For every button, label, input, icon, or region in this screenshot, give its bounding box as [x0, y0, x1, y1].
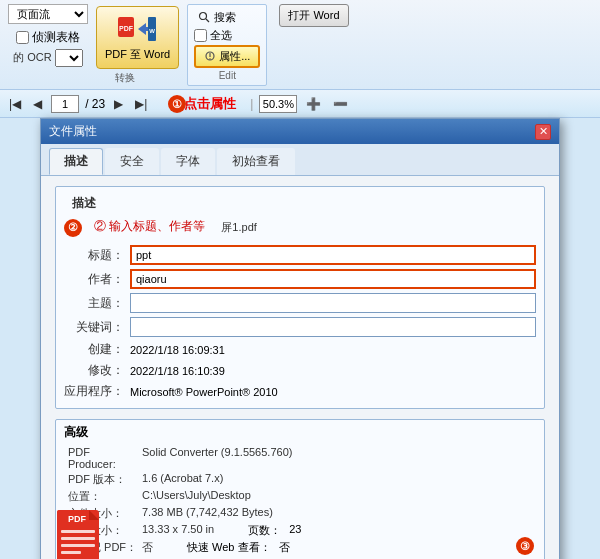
filesize-value: 7.38 MB (7,742,432 Bytes) — [142, 506, 273, 521]
annotation-circle-2: ② — [64, 219, 82, 237]
nav-last-button[interactable]: ▶| — [132, 96, 150, 112]
annotation2-label: ② 输入标题、作者等 — [86, 216, 213, 239]
version-label: PDF 版本： — [68, 472, 138, 487]
file-properties-dialog: 文件属性 ✕ 描述 安全 字体 初始查看 描述 ② ② 输入标题、作者等 — [40, 118, 560, 559]
annotation-circle-3: ③ — [516, 537, 534, 555]
nav-page-input[interactable] — [51, 95, 79, 113]
dialog-title: 文件属性 — [49, 123, 97, 140]
modified-value: 2022/1/18 16:10:39 — [130, 365, 225, 377]
tagged-row: 已标记 PDF： 否 快速 Web 查看： 否 ③ — [56, 539, 544, 556]
advanced-title: 高级 — [56, 420, 544, 445]
pagesize-value: 13.33 x 7.50 in — [142, 523, 214, 538]
title-label: 标题： — [64, 247, 124, 264]
select-all-row: 全选 — [194, 28, 260, 43]
svg-text:PDF: PDF — [119, 25, 134, 32]
svg-rect-15 — [61, 537, 95, 540]
nav-total: / 23 — [85, 97, 105, 111]
producer-row: PDF Producer: Solid Converter (9.1.5565.… — [56, 445, 544, 471]
producer-label: PDF Producer: — [68, 446, 138, 470]
section-title: 描述 — [64, 191, 104, 214]
keywords-label: 关键词： — [64, 319, 124, 336]
tagged-value: 否 — [142, 540, 153, 555]
dialog-content: 描述 ② ② 输入标题、作者等 屏1.pdf 标题： 作者： 主题： 关键词： — [41, 176, 559, 559]
pagecount-label: 页数： — [248, 523, 281, 538]
advanced-section: 高级 PDF Producer: Solid Converter (9.1.55… — [55, 419, 545, 559]
version-value: 1.6 (Acrobat 7.x) — [142, 472, 223, 487]
created-value: 2022/1/18 16:09:31 — [130, 344, 225, 356]
dialog-titlebar: 文件属性 ✕ — [41, 119, 559, 144]
app-value: Microsoft® PowerPoint® 2010 — [130, 386, 278, 398]
search-icon — [198, 11, 210, 23]
ocr-label: 的 OCR — [13, 50, 52, 65]
location-value: C:\Users\July\Desktop — [142, 489, 251, 504]
svg-rect-14 — [61, 530, 95, 533]
pdf-to-word-label: PDF 至 Word — [105, 47, 170, 62]
edit-label: Edit — [194, 70, 260, 81]
app-label: 应用程序： — [64, 383, 124, 400]
properties-button[interactable]: 属性... — [194, 45, 260, 68]
svg-rect-17 — [61, 551, 81, 554]
properties-icon — [204, 50, 216, 62]
tab-describe[interactable]: 描述 — [49, 148, 103, 175]
svg-text:W: W — [149, 28, 155, 34]
annotation-circle-1: ① — [168, 95, 186, 113]
layout-select[interactable]: 页面流 — [8, 4, 88, 24]
detect-table-checkbox[interactable] — [16, 31, 29, 44]
app-row: 应用程序： Microsoft® PowerPoint® 2010 — [56, 381, 544, 402]
pagecount-value: 23 — [289, 523, 301, 538]
location-row: 位置： C:\Users\July\Desktop — [56, 488, 544, 505]
title-row: 标题： — [56, 243, 544, 267]
search-label: 搜索 — [214, 10, 236, 25]
description-section: 描述 ② ② 输入标题、作者等 屏1.pdf 标题： 作者： 主题： 关键词： — [55, 186, 545, 409]
fastwebview-label: 快速 Web 查看： — [187, 540, 271, 555]
svg-rect-16 — [61, 544, 95, 547]
zoom-in-button[interactable]: ➖ — [330, 96, 351, 112]
nav-bar: |◀ ◀ / 23 ▶ ▶| ① 点击属性 | ➕ ➖ — [0, 90, 600, 118]
nav-first-button[interactable]: |◀ — [6, 96, 24, 112]
tab-font[interactable]: 字体 — [161, 148, 215, 175]
version-row: PDF 版本： 1.6 (Acrobat 7.x) — [56, 471, 544, 488]
subject-input[interactable] — [130, 293, 536, 313]
fastwebview-value: 否 — [279, 540, 290, 555]
zoom-input[interactable] — [259, 95, 297, 113]
location-label: 位置： — [68, 489, 138, 504]
filename-label: 屏1.pdf — [221, 220, 256, 235]
keywords-input[interactable] — [130, 317, 536, 337]
search-button[interactable]: 搜索 — [194, 9, 260, 26]
nav-separator: | — [250, 97, 253, 111]
select-all-checkbox[interactable] — [194, 29, 207, 42]
dialog-close-button[interactable]: ✕ — [535, 124, 551, 140]
author-row: 作者： — [56, 267, 544, 291]
nav-prev-button[interactable]: ◀ — [30, 96, 45, 112]
properties-label: 属性... — [219, 49, 250, 64]
subject-row: 主题： — [56, 291, 544, 315]
layout-section: 页面流 侦测表格 的 OCR — [8, 4, 88, 67]
nav-next-button[interactable]: ▶ — [111, 96, 126, 112]
tab-initial-view[interactable]: 初始查看 — [217, 148, 295, 175]
zoom-out-button[interactable]: ➕ — [303, 96, 324, 112]
select-all-label: 全选 — [210, 28, 232, 43]
keywords-row: 关键词： — [56, 315, 544, 339]
convert-label: 转换 — [115, 71, 135, 85]
modified-row: 修改： 2022/1/18 16:10:39 — [56, 360, 544, 381]
created-label: 创建： — [64, 341, 124, 358]
pdf-to-word-icon: PDF W — [118, 13, 158, 45]
title-input[interactable] — [130, 245, 536, 265]
svg-point-5 — [200, 13, 207, 20]
modified-label: 修改： — [64, 362, 124, 379]
tab-security[interactable]: 安全 — [105, 148, 159, 175]
svg-point-9 — [209, 58, 211, 60]
filesize-row: 文件大小： 7.38 MB (7,742,432 Bytes) — [56, 505, 544, 522]
pagesize-row: 页面大小： 13.33 x 7.50 in 页数： 23 — [56, 522, 544, 539]
ocr-select[interactable] — [55, 49, 83, 67]
click-attr-text: 点击属性 — [184, 95, 236, 113]
toolbar: 页面流 侦测表格 的 OCR PDF W — [0, 0, 600, 90]
pdf-to-word-button[interactable]: PDF W PDF 至 Word — [96, 6, 179, 69]
svg-line-6 — [206, 19, 209, 22]
pdf-file-icon: PDF — [55, 508, 107, 559]
subject-label: 主题： — [64, 295, 124, 312]
detect-table-label: 侦测表格 — [32, 29, 80, 46]
created-row: 创建： 2022/1/18 16:09:31 — [56, 339, 544, 360]
open-word-button[interactable]: 打开 Word — [279, 4, 348, 27]
author-input[interactable] — [130, 269, 536, 289]
